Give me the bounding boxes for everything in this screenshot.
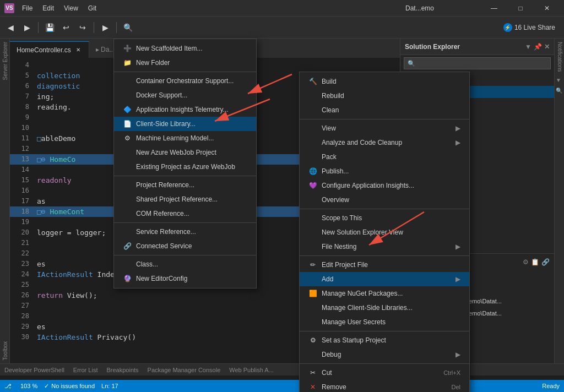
menu-set-startup[interactable]: ⚙ Set as Startup Project — [300, 333, 469, 347]
status-no-issues[interactable]: ✓ No issues found — [44, 383, 95, 390]
toolbar-sep-2 — [94, 22, 94, 33]
menu-pack[interactable]: Pack — [300, 150, 469, 164]
tab-developer-powershell[interactable]: Developer PowerShell — [4, 367, 64, 373]
menu-app-insights[interactable]: 🔷 Application Insights Telemetry... — [114, 102, 256, 117]
tab-web-publish[interactable]: Web Publish A... — [229, 367, 274, 373]
menu-cut[interactable]: ✂ Cut Ctrl+X — [300, 366, 469, 380]
menu-edit-project[interactable]: ✏ Edit Project File — [300, 258, 469, 272]
forward-button[interactable]: ▶ — [20, 20, 34, 35]
prop-icon3[interactable]: 🔗 — [541, 258, 550, 266]
tab-breakpoints[interactable]: Breakpoints — [106, 367, 138, 373]
menu-com-ref[interactable]: COM Reference... — [114, 206, 256, 221]
menu-client-side-lib[interactable]: 📄 Client-Side Library... — [114, 117, 256, 131]
remove-shortcut: Del — [451, 384, 460, 390]
build-label: Build — [322, 78, 337, 85]
git-icon: ⎇ — [4, 383, 12, 390]
ready-text: Ready — [542, 383, 560, 389]
se-pin-button[interactable]: ▼ — [525, 43, 532, 51]
menu-clean[interactable]: Clean — [300, 103, 469, 117]
tab-homecontroller-label: HomeController.cs — [17, 46, 71, 54]
menu-docker[interactable]: Docker Support... — [114, 88, 256, 102]
manage-user-secrets-label: Manage User Secrets — [322, 318, 386, 326]
maximize-button[interactable]: □ — [508, 0, 533, 17]
redo-button[interactable]: ↪ — [75, 20, 90, 35]
menu-rebuild[interactable]: Rebuild — [300, 89, 469, 103]
search-button[interactable]: 🔍 — [121, 20, 135, 35]
se-close-button[interactable]: ✕ — [544, 43, 550, 51]
prop-icon2[interactable]: 📋 — [531, 258, 539, 266]
minimize-button[interactable]: — — [481, 0, 507, 17]
menu-existing-webjob[interactable]: Existing Project as Azure WebJob — [114, 160, 256, 174]
menu-analyze[interactable]: Analyze and Code Cleanup ▶ — [300, 135, 469, 150]
live-share-button[interactable]: ⚡ 16 Live Share — [498, 21, 561, 34]
ctx-sep-4 — [300, 331, 469, 331]
menu-azure-webjob[interactable]: New Azure WebJob Project — [114, 145, 256, 160]
toolbox-label[interactable]: Toolbox — [0, 338, 9, 363]
menu-git[interactable]: Git — [84, 3, 101, 13]
menu-shared-project-ref[interactable]: Shared Project Reference... — [114, 192, 256, 206]
menu-project-ref[interactable]: Project Reference... — [114, 178, 256, 192]
se-view-icon — [308, 228, 317, 237]
notification-pin[interactable]: ▼ — [555, 75, 564, 85]
menu-scope[interactable]: Scope to This — [300, 211, 469, 225]
menu-add[interactable]: Add ▶ — [300, 272, 469, 286]
menu-manage-user-secrets[interactable]: Manage User Secrets — [300, 315, 469, 329]
notifications-label[interactable]: Notifications — [555, 39, 564, 75]
menu-service-ref[interactable]: Service Reference... — [114, 225, 256, 239]
menu-container-orchestrator[interactable]: Container Orchestrator Support... — [114, 74, 256, 88]
tab-package-manager[interactable]: Package Manager Console — [148, 367, 221, 373]
menu-file-nesting[interactable]: File Nesting ▶ — [300, 239, 469, 254]
project-ref-icon — [123, 181, 132, 189]
live-share-label: 16 Live Share — [514, 24, 555, 31]
menu-publish[interactable]: 🌐 Publish... — [300, 164, 469, 178]
menu-manage-client-libs[interactable]: Manage Client-Side Libraries... — [300, 301, 469, 315]
menu-build[interactable]: 🔨 Build — [300, 74, 469, 89]
tab-homecontroller[interactable]: HomeController.cs ✕ — [10, 41, 89, 58]
menu-new-scaffolded[interactable]: ➕ New Scaffolded Item... — [114, 41, 256, 56]
window-controls: — □ ✕ — [481, 0, 560, 17]
back-button[interactable]: ◀ — [3, 20, 18, 35]
menu-view[interactable]: View — [59, 3, 83, 13]
debug-button[interactable]: ▶ — [98, 20, 112, 35]
server-explorer-label[interactable]: Server Explorer — [0, 39, 9, 83]
menu-ml-model[interactable]: ⚙ Machine Learning Model... — [114, 131, 256, 145]
save-button[interactable]: 💾 — [42, 20, 57, 35]
undo-button[interactable]: ↩ — [59, 20, 73, 35]
context-menu: 🔨 Build Rebuild Clean View ▶ Analyze and… — [299, 72, 470, 392]
menu-view[interactable]: View ▶ — [300, 121, 469, 135]
menu-new-folder[interactable]: 📁 New Folder — [114, 56, 256, 70]
menu-edit[interactable]: Edit — [38, 3, 58, 13]
notification-search[interactable]: 🔍 — [555, 85, 564, 96]
menu-new-editorconfig[interactable]: 🔮 New EditorConfig — [114, 271, 256, 286]
project-ref-label: Project Reference... — [136, 181, 194, 189]
tab-homecontroller-close[interactable]: ✕ — [74, 46, 82, 54]
ctx-sep-3 — [300, 255, 469, 256]
prop-icon1[interactable]: ⚙ — [523, 258, 529, 266]
close-button[interactable]: ✕ — [534, 0, 560, 17]
ml-icon: ⚙ — [123, 134, 132, 143]
new-scaffolded-icon: ➕ — [123, 44, 132, 53]
docker-icon — [123, 91, 132, 100]
live-share-icon: ⚡ — [503, 23, 512, 32]
menu-configure-insights[interactable]: 💜 Configure Application Insights... — [300, 178, 469, 193]
menu-remove[interactable]: ✕ Remove Del — [300, 380, 469, 392]
clean-label: Clean — [322, 106, 339, 114]
status-git[interactable]: ⎇ — [4, 383, 14, 390]
menu-new-se-view[interactable]: New Solution Explorer View — [300, 225, 469, 239]
tab-error-list[interactable]: Error List — [73, 367, 98, 373]
menu-manage-nuget[interactable]: 🟧 Manage NuGet Packages... — [300, 286, 469, 301]
ml-label: Machine Learning Model... — [136, 134, 214, 142]
se-pin2-button[interactable]: 📌 — [534, 43, 542, 51]
status-zoom[interactable]: 103 % — [20, 383, 37, 389]
shared-project-label: Shared Project Reference... — [136, 195, 218, 203]
shared-project-icon — [123, 195, 132, 204]
menu-debug[interactable]: Debug ▶ — [300, 347, 469, 362]
menu-file[interactable]: File — [18, 3, 37, 13]
menu-class[interactable]: Class... — [114, 257, 256, 271]
menu-overview[interactable]: Overview — [300, 193, 469, 207]
menu-connected-service[interactable]: 🔗 Connected Service — [114, 239, 256, 253]
new-folder-icon: 📁 — [123, 58, 132, 67]
overview-label: Overview — [322, 196, 349, 204]
client-side-icon: 📄 — [123, 119, 132, 128]
docker-label: Docker Support... — [136, 91, 187, 99]
